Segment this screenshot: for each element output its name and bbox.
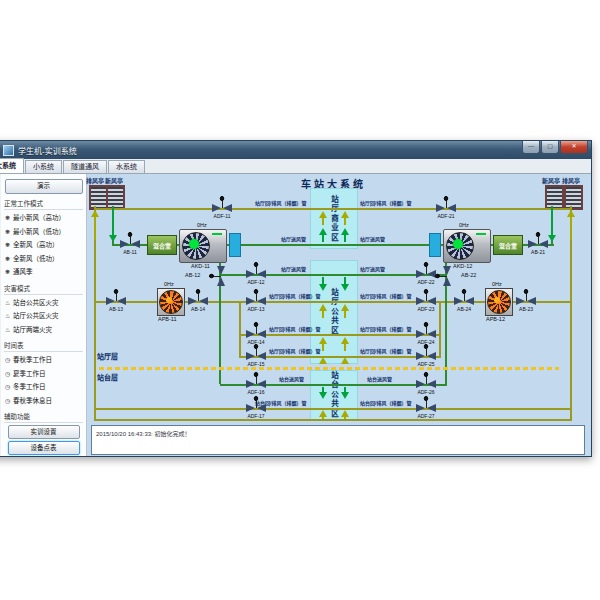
- fan-icon: ❋: [5, 266, 13, 280]
- damper-ADF-27[interactable]: ADF-27: [415, 396, 437, 420]
- damper-ADF-24[interactable]: ADF-24: [415, 322, 437, 346]
- concourse-level-label: 站厅层: [97, 351, 118, 361]
- left-exhaust-vent-label: 排风亭: [86, 176, 104, 185]
- damper-ADF-13[interactable]: ADF-13: [245, 289, 267, 313]
- duct-label: 站厅回/排风（排烟）管: [255, 200, 306, 206]
- zone-platform-public: 站台公共区: [310, 370, 358, 420]
- damper-ADF-16[interactable]: ADF-16: [245, 372, 267, 396]
- fan-run-indicator-icon: [212, 233, 222, 235]
- damper-ADF-15[interactable]: ADF-15: [245, 344, 267, 368]
- mode-all-fresh-low[interactable]: ❋全新风（低功）: [1, 252, 86, 266]
- flow-arrow-up-icon: [91, 210, 99, 240]
- mode-platform-fire[interactable]: ♨站台公共区火灾: [1, 296, 86, 310]
- fire-icon: ♨: [5, 324, 13, 338]
- section-schedule: 时间表: [4, 340, 83, 352]
- fan-tag: APB-11: [158, 316, 177, 322]
- right-exhaust-vent-label: 排风亭: [562, 176, 580, 185]
- damper-AB-13[interactable]: AB-13: [105, 289, 127, 313]
- damper-ADF-21[interactable]: ADF-21: [435, 196, 457, 220]
- section-aux-functions: 辅助功能: [4, 411, 83, 423]
- flow-arrow-down-icon: [341, 387, 349, 399]
- duct-label: 站台送风管: [279, 376, 304, 382]
- schedule-spring-autumn-workday[interactable]: ◷春秋季工作日: [1, 353, 86, 367]
- damper-AB-11[interactable]: AB-11: [119, 232, 141, 256]
- clock-icon: ◷: [5, 381, 13, 395]
- fan-icon: ❋: [5, 239, 13, 253]
- flow-arrow-up-icon: [341, 337, 349, 351]
- supply-fan-AKD-11[interactable]: [179, 229, 227, 263]
- mode-min-fresh-high[interactable]: ❋最小新风（高功）: [1, 211, 86, 225]
- silencer-icon: [229, 233, 241, 257]
- fan-status-icon: [189, 239, 199, 249]
- flow-arrow-up-icon: [341, 357, 349, 364]
- duct-label: 站厅回/排风（排烟）管: [360, 326, 411, 332]
- damper-AB-21[interactable]: AB-21: [527, 232, 549, 256]
- fan-hub-icon: [166, 297, 172, 303]
- mode-all-fresh-high[interactable]: ❋全新风（高功）: [1, 238, 86, 252]
- fan-hub-icon: [494, 297, 500, 303]
- damper-tag: AB-22: [461, 272, 476, 278]
- device-point-table-button[interactable]: 设备点表: [8, 441, 80, 455]
- mode-hall-fire[interactable]: ♨站厅公共区火灾: [1, 309, 86, 323]
- damper-ADF-11[interactable]: ADF-11: [211, 196, 233, 220]
- training-settings-button[interactable]: 实训设置: [8, 425, 80, 439]
- damper-ADF-25[interactable]: ADF-25: [415, 344, 437, 368]
- damper-ADF-17[interactable]: ADF-17: [245, 396, 267, 420]
- flow-arrow-up-icon: [319, 357, 327, 364]
- event-log-panel: 2015/10/20 16:43:33: 初始化完成！: [91, 425, 585, 455]
- fan-icon: ❋: [5, 212, 13, 226]
- log-entry: 2015/10/20 16:43:33: 初始化完成！: [96, 429, 190, 438]
- flow-arrow-up-icon: [341, 211, 349, 225]
- damper-AB-14[interactable]: AB-14: [187, 289, 209, 313]
- flow-arrow-up-icon: [319, 410, 327, 419]
- demo-button[interactable]: 演示: [5, 179, 83, 194]
- supply-fan-AKD-12[interactable]: [443, 229, 491, 263]
- damper-ADF-23[interactable]: ADF-23: [415, 289, 437, 313]
- duct-label: 站厅回/排风（排烟）管: [269, 293, 320, 299]
- damper-ADF-26[interactable]: ADF-26: [415, 372, 437, 396]
- duct-label: 站厅回/排风（排烟）管: [269, 348, 320, 354]
- damper-ADF-22[interactable]: ADF-22: [415, 262, 437, 286]
- clock-icon: ◷: [5, 354, 13, 368]
- right-fresh-vent-label: 新风亭: [542, 176, 560, 185]
- flow-arrow-up-icon: [341, 228, 349, 242]
- fire-icon: ♨: [5, 297, 13, 311]
- clock-icon: ◷: [5, 395, 13, 409]
- flow-arrow-down-icon: [109, 208, 117, 242]
- fan-frequency: 0Hz: [492, 281, 502, 287]
- damper-AB-23[interactable]: AB-23: [515, 289, 537, 313]
- duct-label: 站厅送风管: [281, 236, 306, 242]
- fan-run-indicator-icon: [476, 233, 486, 235]
- duct-label: 站厅送风管: [360, 266, 385, 272]
- duct-hall-exhaust-top: [94, 208, 572, 210]
- louver-icon: [564, 185, 583, 210]
- zone-hall-commercial: 站厅商业区: [310, 188, 358, 249]
- screenshot: 学生机-实训系统 — ▢ ✕ 大系统 小系统 隧道通风 水系统 演示 正常工作模…: [0, 0, 600, 600]
- damper-AB-12[interactable]: [209, 265, 233, 287]
- fan-icon: ❋: [5, 253, 13, 267]
- mode-min-fresh-low[interactable]: ❋最小新风（低功）: [1, 225, 86, 239]
- schedule-spring-autumn-restday[interactable]: ◷春秋季休息日: [1, 394, 86, 408]
- schedule-winter-workday[interactable]: ◷冬季工作日: [1, 380, 86, 394]
- damper-ADF-14[interactable]: ADF-14: [245, 322, 267, 346]
- mixing-chamber[interactable]: 混合室: [493, 235, 523, 255]
- schedule-summer-workday[interactable]: ◷夏季工作日: [1, 367, 86, 381]
- duct-hall-exhaust-mid: [239, 334, 441, 336]
- mode-hall-ends-fire[interactable]: ♨站厅两端火灾: [1, 323, 86, 337]
- fan-tag: APB-12: [486, 316, 505, 322]
- floor-divider: [99, 367, 559, 370]
- mode-vent-season[interactable]: ❋通风季: [1, 265, 86, 279]
- mixing-chamber[interactable]: 混合室: [147, 235, 177, 255]
- fan-status-icon: [453, 239, 463, 249]
- damper-AB-24[interactable]: AB-24: [453, 289, 475, 313]
- flow-arrow-down-icon: [319, 277, 327, 291]
- damper-AB-22[interactable]: [435, 265, 459, 287]
- clock-icon: ◷: [5, 368, 13, 382]
- section-disaster-modes: 灾害模式: [4, 283, 83, 295]
- flow-arrow-up-icon: [319, 304, 327, 318]
- duct-label: 站厅回/排风（排烟）管: [269, 326, 320, 332]
- duct-label: 站厅送风管: [360, 236, 385, 242]
- flow-arrow-up-icon: [319, 211, 327, 225]
- platform-level-label: 站台层: [97, 372, 118, 382]
- damper-ADF-12[interactable]: ADF-12: [245, 262, 267, 286]
